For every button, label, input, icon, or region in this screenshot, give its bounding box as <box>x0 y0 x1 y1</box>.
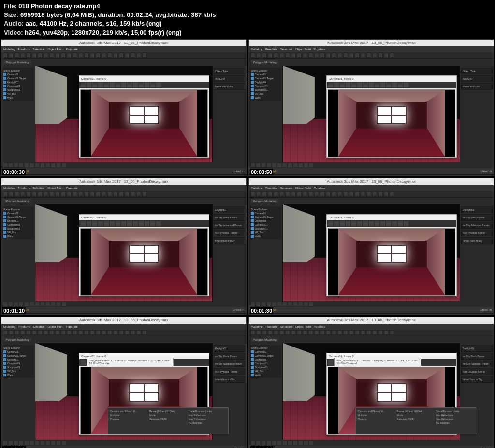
toolbar-button[interactable] <box>303 191 307 196</box>
menu-item[interactable]: Freeform <box>265 187 277 189</box>
scene-item[interactable]: Walls <box>251 373 280 377</box>
menu-item[interactable]: Selection <box>33 187 45 189</box>
toolbar-button[interactable] <box>274 53 278 58</box>
render-frame-window[interactable]: Camera01, frame 0 <box>79 75 209 158</box>
scene-item[interactable]: Camera01 <box>251 211 280 215</box>
render-button[interactable] <box>104 221 109 226</box>
menu-item[interactable]: Object Paint <box>295 187 311 189</box>
scene-item[interactable]: Camera01.Target <box>3 215 33 219</box>
toolbar-button[interactable] <box>96 191 101 196</box>
panel-section[interactable]: AutoGrid <box>461 75 493 82</box>
video-thumbnail[interactable]: Autodesk 3ds Max 2017 13_06_PhotonDecay.… <box>1 39 247 176</box>
toolbar-button[interactable] <box>308 53 313 58</box>
render-button[interactable] <box>92 83 97 87</box>
panel-section[interactable]: Non-Physical Tuning <box>214 230 245 236</box>
toolbar-button[interactable] <box>390 53 394 58</box>
toolbar-button[interactable] <box>279 191 284 196</box>
render-button[interactable] <box>133 221 138 226</box>
toolbar-button[interactable] <box>142 330 147 335</box>
menu-item[interactable]: Selection <box>280 48 292 51</box>
render-button[interactable] <box>104 83 109 87</box>
render-button[interactable] <box>346 83 350 87</box>
render-button[interactable] <box>404 221 408 226</box>
toolbar-button[interactable] <box>78 53 83 58</box>
toolbar-button[interactable] <box>361 191 365 196</box>
toolbar-button[interactable] <box>44 191 48 196</box>
scene-explorer[interactable]: Scene Explorer Camera01Camera01.TargetDa… <box>250 68 281 101</box>
toolbar-button[interactable] <box>125 191 130 196</box>
panel-section[interactable]: Name and Color <box>214 83 245 90</box>
scene-item[interactable]: Sculpture01 <box>251 365 280 369</box>
toolbar-button[interactable] <box>9 191 14 196</box>
toolbar-button[interactable] <box>320 330 325 335</box>
render-button[interactable] <box>334 83 339 87</box>
scene-item[interactable]: Compass01 <box>3 84 33 88</box>
panel-section[interactable]: Daylight01 <box>461 206 493 213</box>
left-panel[interactable]: Scene Explorer Camera01Camera01.TargetDa… <box>1 204 35 301</box>
toolbar-button[interactable] <box>332 191 336 196</box>
render-button[interactable] <box>398 83 403 87</box>
toolbar-button[interactable] <box>136 330 141 335</box>
render-button[interactable] <box>398 221 403 226</box>
main-toolbar[interactable] <box>249 330 494 336</box>
ribbon-tabs[interactable]: Polygon Modeling <box>249 59 494 66</box>
toolbar-button[interactable] <box>26 53 31 58</box>
toolbar-button[interactable] <box>285 330 290 335</box>
toolbar-button[interactable] <box>32 191 37 196</box>
toolbar-button[interactable] <box>274 330 278 335</box>
toolbar-button[interactable] <box>67 191 72 196</box>
command-panel[interactable]: Object TypeAutoGridName and Color <box>212 66 246 162</box>
video-thumbnail[interactable]: Autodesk 3ds Max 2017 13_06_PhotonDecay.… <box>248 178 494 315</box>
scene-item[interactable]: Daylight01 <box>3 358 33 361</box>
tab[interactable]: Polygon Modeling <box>251 338 279 342</box>
toolbar-button[interactable] <box>372 53 377 58</box>
menu-item[interactable]: Modeling <box>251 48 262 51</box>
render-button[interactable] <box>110 83 115 87</box>
toolbar-button[interactable] <box>26 330 31 335</box>
timeline[interactable] <box>1 162 246 168</box>
toolbar-button[interactable] <box>366 330 371 335</box>
panel-section[interactable]: Non-Physical Tuning <box>461 368 493 375</box>
scene-item[interactable]: Compass01 <box>251 84 280 88</box>
menu-item[interactable]: Object Paint <box>295 48 311 51</box>
menu-item[interactable]: Freeform <box>265 48 277 51</box>
toolbar-button[interactable] <box>332 330 336 335</box>
browser-window[interactable]: 3ds_fikirentals011 - Scene 2 Display Gam… <box>87 358 174 366</box>
scene-item[interactable]: VR_Box <box>3 92 33 96</box>
toolbar-button[interactable] <box>142 191 147 196</box>
toolbar-button[interactable] <box>268 330 273 335</box>
render-toolbar[interactable] <box>327 82 456 88</box>
toolbar-button[interactable] <box>15 330 19 335</box>
viewport[interactable]: Camera01, frame 0 <box>35 204 212 301</box>
toolbar-button[interactable] <box>337 53 342 58</box>
panel-section[interactable]: mr Sky Advanced Param <box>214 361 245 367</box>
toolbar-button[interactable] <box>262 191 267 196</box>
panel-section[interactable]: Daylight01 <box>461 345 493 352</box>
scene-item[interactable]: Camera01 <box>3 72 33 76</box>
render-button[interactable] <box>98 83 103 87</box>
toolbar-button[interactable] <box>250 330 255 335</box>
menu-item[interactable]: Populate <box>66 48 78 51</box>
toolbar-button[interactable] <box>366 191 371 196</box>
toolbar-button[interactable] <box>250 53 255 58</box>
scene-item[interactable]: Sculpture01 <box>251 227 280 231</box>
toolbar-button[interactable] <box>131 191 135 196</box>
panel-section[interactable]: Non-Physical Tuning <box>461 230 493 236</box>
render-button[interactable] <box>386 221 391 226</box>
menu-bar[interactable]: ModelingFreeformSelectionObject PaintPop… <box>249 46 494 52</box>
toolbar-button[interactable] <box>314 191 319 196</box>
toolbar-button[interactable] <box>131 330 135 335</box>
scene-item[interactable]: Camera01 <box>3 211 33 215</box>
toolbar-button[interactable] <box>49 330 54 335</box>
menu-item[interactable]: Modeling <box>3 187 15 189</box>
left-panel[interactable]: Scene Explorer Camera01Camera01.TargetDa… <box>1 66 35 162</box>
toolbar-button[interactable] <box>73 53 77 58</box>
timeline[interactable] <box>249 440 494 446</box>
toolbar-button[interactable] <box>49 53 54 58</box>
tab[interactable]: Polygon Modeling <box>251 199 279 203</box>
render-button[interactable] <box>87 83 91 87</box>
toolbar-button[interactable] <box>38 330 43 335</box>
toolbar-button[interactable] <box>102 53 106 58</box>
render-button[interactable] <box>340 221 345 226</box>
toolbar-button[interactable] <box>90 191 95 196</box>
